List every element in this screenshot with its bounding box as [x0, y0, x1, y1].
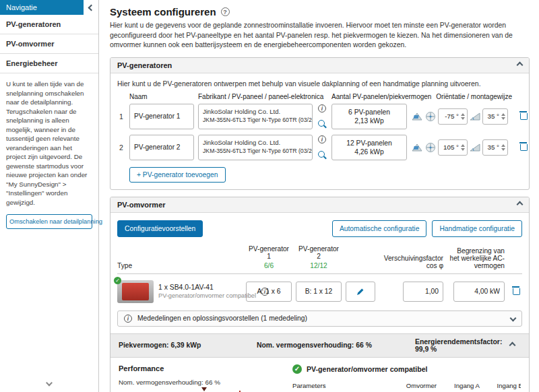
tilt-input[interactable]: 35 ° — [482, 108, 508, 125]
pv-generator-1-count: 6/6 — [246, 262, 292, 269]
azimuth-compass-icon — [425, 111, 436, 122]
chevron-down-icon — [510, 315, 517, 322]
module-manufacturer: JinkoSolar Holding Co. Ltd. — [203, 108, 308, 115]
pv-generators-table-header: Naam Fabrikant / PV-paneel / paneel-elek… — [117, 93, 522, 100]
pv-inverter-panel-title: PV-omvormer — [117, 201, 166, 209]
chevron-up-icon[interactable] — [509, 342, 516, 349]
mounting-type-icon — [411, 111, 423, 122]
info-icon — [124, 315, 132, 323]
generator-name-input[interactable] — [129, 104, 194, 129]
column-orientatie: Oriëntatie / montagewijze — [411, 93, 512, 100]
azimuth-value: 105 ° — [443, 143, 459, 151]
panel-power: 2,13 kWp — [354, 117, 384, 125]
power-ratio-label: Nom. vermogensverhouding: 66 % — [119, 379, 275, 386]
search-icon[interactable] — [318, 151, 327, 160]
compatibility-section: PV-generator/omvormer compatibel Paramet… — [292, 364, 521, 392]
pv-generators-panel-title: PV-generatoren — [117, 61, 172, 69]
inverter-table-header: Type PV-generator 1 6/6 PV-generator 2 1… — [117, 245, 522, 274]
generator-name-input[interactable] — [129, 135, 194, 160]
panel-count-box[interactable]: 12 PV-panelen 4,26 kWp — [331, 135, 407, 160]
generator-row: 1 JinkoSolar Holding Co. Ltd. JKM-355N-6… — [117, 104, 522, 129]
automatic-configuration-button[interactable]: Automatische configuratie — [332, 220, 426, 237]
panel-count: 6 PV-panelen — [348, 108, 390, 116]
check-icon — [292, 364, 302, 374]
row-index: 1 — [117, 112, 125, 121]
inverter-image — [117, 280, 154, 303]
tilt-angle-icon — [470, 111, 480, 121]
tilt-stepper[interactable] — [501, 144, 505, 151]
compatibility-title: PV-generator/omvormer compatibel — [307, 365, 428, 373]
column-ingang-a: Ingang A — [442, 381, 480, 392]
search-icon[interactable] — [318, 120, 327, 129]
row-index: 2 — [117, 143, 125, 152]
module-box[interactable]: JinkoSolar Holding Co. Ltd. JKM-355N-6TL… — [198, 104, 313, 129]
pencil-icon — [356, 288, 364, 296]
azimuth-stepper[interactable] — [461, 113, 465, 120]
chevron-down-icon — [46, 380, 53, 387]
inverter-row: 1 x SB4.0-1AV-41 PV-generator/omvormer c… — [117, 280, 522, 303]
pv-generator-2-count: 12/12 — [296, 262, 342, 269]
switch-to-detail-planning-button[interactable]: Omschakelen naar detailplanning — [6, 214, 92, 229]
page-title-row: Systeem configureren — [110, 6, 530, 18]
tilt-stepper[interactable] — [501, 113, 505, 120]
module-box[interactable]: JinkoSolar Holding Co. Ltd. JKM-355N-6TL… — [198, 135, 313, 160]
app-window: Navigatie PV-generatoren PV-omvormer Ene… — [0, 0, 539, 392]
chevron-up-icon — [517, 201, 524, 208]
ac-limit-input[interactable] — [453, 282, 505, 302]
info-icon[interactable] — [318, 104, 326, 112]
page-title: Systeem configureren — [110, 6, 216, 18]
cos-phi-input[interactable] — [403, 282, 443, 302]
delete-icon[interactable] — [512, 286, 519, 295]
azimuth-stepper[interactable] — [461, 144, 465, 151]
sidebar-note: U kunt te allen tijde van de snelplannin… — [0, 73, 98, 209]
generator-row: 2 JinkoSolar Holding Co. Ltd. JKM-355N-6… — [117, 135, 522, 160]
panel-count: 12 PV-panelen — [346, 139, 392, 147]
sidebar-item-pv-generatoren[interactable]: PV-generatoren — [0, 15, 98, 34]
bar-marker-icon — [201, 387, 207, 391]
edit-configuration-button[interactable] — [346, 282, 375, 302]
chevron-up-icon — [517, 62, 524, 69]
info-icon[interactable] — [318, 135, 326, 143]
messages-label: Mededelingen en oplossingsvoorstellen (1… — [137, 315, 307, 322]
input-b-assignment: B: 1 x 12 — [296, 282, 342, 302]
tilt-angle-icon — [470, 142, 480, 152]
configuration-suggestions-button[interactable]: Configuratievoorstellen — [117, 220, 203, 237]
column-omvormer: Omvormer — [398, 381, 437, 392]
sidebar-title: Navigatie — [0, 0, 84, 15]
delete-icon[interactable] — [519, 142, 527, 151]
pv-inverter-panel-header[interactable]: PV-omvormer — [110, 197, 529, 213]
tilt-value: 35 ° — [487, 143, 499, 151]
pv-inverter-panel: PV-omvormer Configuratievoorstellen Auto… — [110, 197, 530, 392]
summary-bar: Piekvermogen: 6,39 kWp Nom. vermogensver… — [110, 333, 529, 358]
column-cos-phi: Verschuivingsfactor cos φ — [379, 255, 443, 269]
panel-power: 4,26 kWp — [354, 148, 384, 156]
sidebar-item-pv-omvormer[interactable]: PV-omvormer — [0, 34, 98, 54]
manual-configuration-button[interactable]: Handmatige configuratie — [432, 220, 522, 237]
navigation-sidebar: Navigatie PV-generatoren PV-omvormer Ene… — [0, 0, 99, 392]
column-ingang-b: Ingang B — [485, 381, 521, 392]
azimuth-input[interactable]: 105 ° — [438, 139, 468, 156]
mounting-type-icon — [411, 142, 423, 153]
sidebar-item-energiebeheer[interactable]: Energiebeheer — [0, 54, 98, 73]
tilt-input[interactable]: 35 ° — [482, 139, 508, 156]
add-generator-button[interactable]: + PV-generator toevoegen — [129, 167, 226, 183]
column-ac-limit: Begrenzing van het werkelijke AC-vermoge… — [447, 247, 505, 269]
pv-generators-panel: PV-generatoren Hier kunt u de PV-generat… — [110, 57, 530, 190]
module-type: JKM-355N-6TL3 Tiger N-Type 60TR (03/2021… — [203, 148, 308, 154]
sidebar-collapse-button[interactable] — [84, 0, 98, 15]
messages-bar[interactable]: Mededelingen en oplossingsvoorstellen (1… — [117, 311, 522, 327]
column-aantal: Aantal PV-panelen/piekvermogen — [331, 93, 407, 100]
summary-peak-power: Piekvermogen: 6,39 kWp — [119, 341, 257, 349]
pv-generators-intro: Hier kunt u de PV-generatoren ontwerpen … — [117, 80, 522, 88]
azimuth-input[interactable]: -75 ° — [438, 108, 468, 125]
page-description: Hier kunt u de gegevens voor de geplande… — [110, 21, 530, 51]
delete-icon[interactable] — [519, 111, 527, 120]
summary-power-ratio: Nom. vermogensverhouding: 66 % — [257, 341, 415, 349]
column-fabrikant: Fabrikant / PV-paneel / paneel-elektroni… — [198, 93, 313, 100]
help-icon[interactable] — [221, 7, 230, 16]
panel-count-box[interactable]: 6 PV-panelen 2,13 kWp — [331, 104, 407, 129]
sidebar-scroll-down[interactable] — [47, 376, 52, 388]
pv-generators-panel-body: Hier kunt u de PV-generatoren ontwerpen … — [110, 73, 529, 189]
pv-generators-panel-header[interactable]: PV-generatoren — [110, 58, 529, 73]
summary-efficiency: Energierendementsfactor: 99,9 % — [415, 338, 510, 353]
